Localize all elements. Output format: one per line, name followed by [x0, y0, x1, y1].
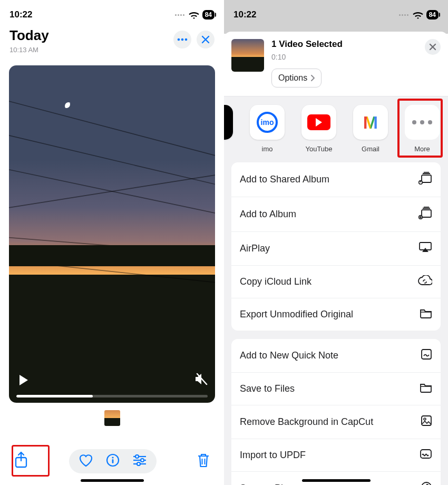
youtube-icon: [301, 105, 336, 140]
action-remove-bg-capcut[interactable]: Remove Background in CapCut: [231, 405, 441, 439]
gmail-icon: M: [353, 105, 388, 140]
action-save-files[interactable]: Save to Files: [231, 372, 441, 405]
svg-rect-27: [422, 210, 431, 217]
svg-point-0: [178, 38, 180, 41]
quick-note-icon: [421, 348, 432, 363]
home-indicator[interactable]: [302, 479, 371, 482]
action-export-unmodified[interactable]: Export Unmodified Original: [231, 298, 441, 331]
treeline-decoration: [9, 245, 215, 266]
svg-rect-13: [112, 459, 113, 463]
cellular-placeholder-icon: [399, 14, 408, 16]
svg-point-1: [181, 38, 184, 41]
action-save-pinterest[interactable]: Save to Pinterest: [231, 471, 441, 485]
tiktok-icon: [224, 105, 233, 140]
svg-line-4: [9, 134, 215, 186]
svg-line-6: [9, 174, 215, 208]
more-button[interactable]: [173, 31, 191, 48]
actions-group-1: Add to Shared Album Add to Album AirPlay: [231, 162, 441, 331]
svg-point-2: [185, 38, 188, 41]
svg-rect-22: [422, 175, 431, 182]
action-copy-icloud-link[interactable]: Copy iCloud Link: [231, 265, 441, 298]
photos-detail-screen: 10:22 84 Today 10:13 AM: [0, 0, 224, 485]
airplay-icon: [418, 241, 432, 256]
app-item-imo[interactable]: imo imo: [248, 105, 286, 153]
action-add-album[interactable]: Add to Album: [231, 197, 441, 231]
updf-icon: [420, 449, 432, 462]
app-label: imo: [262, 145, 273, 153]
action-label: Export Unmodified Original: [240, 309, 353, 320]
app-item-tiktok[interactable]: k: [224, 105, 235, 153]
action-label: Copy iCloud Link: [240, 276, 311, 287]
toolbar-center-group: [69, 449, 157, 473]
pinterest-icon: [421, 481, 432, 485]
action-label: Save to Files: [240, 383, 295, 394]
album-plus-icon: [418, 207, 432, 222]
action-label: Remove Background in CapCut: [240, 416, 373, 428]
video-controls: [9, 366, 215, 403]
cellular-placeholder-icon: [175, 14, 184, 16]
folder-icon: [420, 382, 432, 395]
close-button[interactable]: [425, 39, 441, 55]
chevron-right-icon: [310, 75, 315, 81]
share-apps-row[interactable]: k imo imo YouTube M Gmail More: [224, 96, 448, 162]
page-title: Today: [9, 27, 49, 44]
progress-bar[interactable]: [16, 395, 208, 397]
close-button[interactable]: [197, 31, 215, 48]
clock: 10:22: [9, 9, 32, 20]
svg-point-38: [424, 418, 426, 420]
app-label: Gmail: [362, 145, 379, 153]
shared-album-icon: [418, 172, 432, 187]
action-label: Add to Shared Album: [240, 174, 329, 185]
thumbnail[interactable]: [104, 410, 120, 426]
svg-point-19: [137, 462, 140, 465]
play-button[interactable]: [20, 375, 28, 385]
action-airplay[interactable]: AirPlay: [231, 231, 441, 265]
action-quick-note[interactable]: Add to New Quick Note: [231, 339, 441, 372]
folder-icon: [420, 308, 432, 321]
share-sheet: 1 Video Selected 0:10 Options k: [224, 32, 448, 485]
options-button[interactable]: Options: [271, 69, 322, 88]
adjust-button[interactable]: [132, 454, 147, 468]
svg-point-26: [420, 181, 421, 182]
svg-point-15: [135, 455, 139, 458]
home-indicator[interactable]: [81, 479, 144, 482]
action-label: Add to New Quick Note: [240, 350, 338, 361]
video-preview[interactable]: [9, 65, 215, 403]
selection-duration: 0:10: [271, 53, 343, 61]
wifi-icon: [413, 11, 423, 19]
info-button[interactable]: [106, 453, 120, 469]
timestamp: 10:13 AM: [9, 46, 49, 54]
power-lines-decoration: [9, 65, 215, 403]
app-item-youtube[interactable]: YouTube: [300, 105, 338, 153]
imo-icon: imo: [250, 105, 285, 140]
action-label: Add to Album: [240, 209, 296, 220]
svg-line-3: [9, 100, 215, 157]
app-label: YouTube: [305, 145, 332, 153]
clock: 10:22: [233, 9, 256, 20]
action-import-updf[interactable]: Import to UPDF: [231, 439, 441, 471]
share-sheet-header: 1 Video Selected 0:10 Options: [224, 32, 448, 96]
selection-thumbnail: [231, 39, 264, 72]
app-item-gmail[interactable]: M Gmail: [352, 105, 389, 153]
share-button[interactable]: [14, 451, 28, 471]
action-add-shared-album[interactable]: Add to Shared Album: [231, 162, 441, 197]
share-sheet-screen: 10:22 84 1 Video Selected 0:10 Options: [224, 0, 448, 485]
mute-button[interactable]: [194, 373, 208, 387]
options-label: Options: [278, 73, 307, 83]
thumbnail-strip[interactable]: [0, 410, 224, 426]
delete-button[interactable]: [197, 452, 210, 470]
status-icons: 84: [399, 10, 439, 20]
favorite-button[interactable]: [79, 453, 93, 469]
header: Today 10:13 AM: [0, 24, 224, 54]
status-icons: 84: [175, 10, 215, 20]
action-label: Import to UPDF: [240, 450, 306, 461]
icloud-link-icon: [417, 275, 432, 288]
image-icon: [421, 415, 432, 429]
action-label: AirPlay: [240, 243, 270, 254]
actions-group-2: Add to New Quick Note Save to Files Remo…: [231, 339, 441, 485]
status-bar: 10:22 84: [224, 0, 448, 24]
wifi-icon: [189, 11, 199, 19]
svg-rect-37: [422, 416, 431, 425]
svg-point-12: [112, 457, 113, 458]
svg-rect-35: [422, 350, 431, 359]
